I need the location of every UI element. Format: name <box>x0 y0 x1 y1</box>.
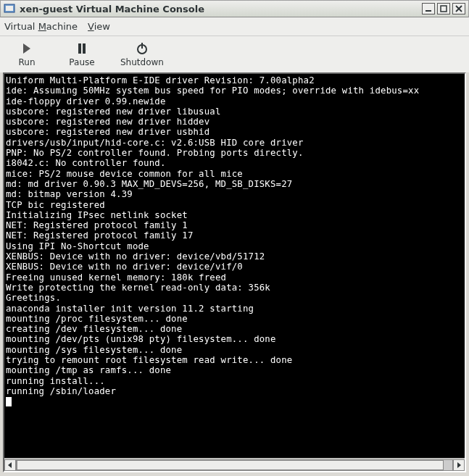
console-line: i8042.c: No controller found. <box>6 158 166 168</box>
horizontal-scrollbar[interactable] <box>4 458 465 471</box>
console-line: TCP bic registered <box>6 200 105 210</box>
menubar: Virtual Machine View <box>0 17 469 36</box>
pause-icon <box>77 41 87 56</box>
console-line: Write protecting the kernel read-only da… <box>6 283 270 293</box>
run-label: Run <box>18 57 35 67</box>
console-line: NET: Registered protocol family 1 <box>6 220 188 230</box>
close-button[interactable] <box>452 3 465 14</box>
console-line: Uniform Multi-Platform E-IDE driver Revi… <box>6 75 315 85</box>
console-line: trying to remount root filesystem read w… <box>6 355 292 365</box>
console-line: XENBUS: Device with no driver: device/vb… <box>6 251 265 262</box>
pause-button[interactable]: Pause <box>62 40 101 69</box>
play-icon <box>22 41 32 56</box>
toolbar: Run Pause Shutdown <box>0 36 469 72</box>
console-line: mounting /dev/pts (unix98 pty) filesyste… <box>6 334 276 344</box>
console-line: ide: Assuming 50MHz system bus speed for… <box>6 85 419 96</box>
pause-label: Pause <box>69 57 94 67</box>
console-line: creating /dev filesystem... done <box>6 324 182 334</box>
console-line: ide-floppy driver 0.99.newide <box>6 96 166 107</box>
console-line: usbcore: registered new driver hiddev <box>6 117 209 127</box>
console-line: NET: Registered protocol family 17 <box>6 230 194 241</box>
cursor <box>6 397 12 406</box>
console-line: running /sbin/loader <box>6 386 116 396</box>
titlebar: xen-guest Virtual Machine Console <box>0 0 469 17</box>
console-line: PNP: No PS/2 controller found. Probing p… <box>6 148 304 158</box>
power-icon <box>136 41 149 56</box>
svg-rect-3 <box>441 6 447 12</box>
console-line: mounting /sys filesystem... done <box>6 345 182 355</box>
console-line: XENBUS: Device with no driver: device/vi… <box>6 262 243 272</box>
console-line: Freeing unused kernel memory: 180k freed <box>6 272 226 283</box>
console-frame: Uniform Multi-Platform E-IDE driver Revi… <box>3 72 466 472</box>
console-line: usbcore: registered new driver libusual <box>6 107 221 117</box>
console-line: Using IPI No-Shortcut mode <box>6 241 149 251</box>
console-line: Greetings. <box>6 293 61 303</box>
console-line: usbcore: registered new driver usbhid <box>6 127 209 137</box>
menu-virtual-machine[interactable]: Virtual Machine <box>4 21 78 32</box>
console-line: mounting /proc filesystem... done <box>6 314 188 324</box>
shutdown-button[interactable]: Shutdown <box>117 40 167 69</box>
run-button[interactable]: Run <box>7 40 46 69</box>
console-line: anaconda installer init version 11.2 sta… <box>6 304 254 314</box>
console-line: drivers/usb/input/hid-core.c: v2.6:USB H… <box>6 138 304 148</box>
console-output[interactable]: Uniform Multi-Platform E-IDE driver Revi… <box>4 74 465 458</box>
scrollbar-thumb[interactable] <box>17 460 444 470</box>
scrollbar-track[interactable] <box>16 459 453 471</box>
svg-rect-2 <box>426 10 431 12</box>
console-line: running install... <box>6 376 105 386</box>
console-line: mice: PS/2 mouse device common for all m… <box>6 169 243 179</box>
console-line: mounting /tmp as ramfs... done <box>6 365 171 375</box>
shutdown-label: Shutdown <box>120 57 164 67</box>
scroll-left-button[interactable] <box>4 459 16 471</box>
console-line: Initializing IPsec netlink socket <box>6 210 188 220</box>
app-icon <box>4 3 15 14</box>
maximize-button[interactable] <box>437 3 450 14</box>
window-controls <box>422 3 465 14</box>
menu-view[interactable]: View <box>88 21 110 32</box>
window-title: xen-guest Virtual Machine Console <box>20 4 422 14</box>
minimize-button[interactable] <box>422 3 435 14</box>
svg-rect-7 <box>141 43 143 49</box>
svg-rect-4 <box>78 43 81 54</box>
svg-rect-5 <box>83 43 86 54</box>
svg-rect-1 <box>6 6 13 11</box>
console-line: md: md driver 0.90.3 MAX_MD_DEVS=256, MD… <box>6 179 292 189</box>
console-line: md: bitmap version 4.39 <box>6 189 133 199</box>
scroll-right-button[interactable] <box>453 459 465 471</box>
